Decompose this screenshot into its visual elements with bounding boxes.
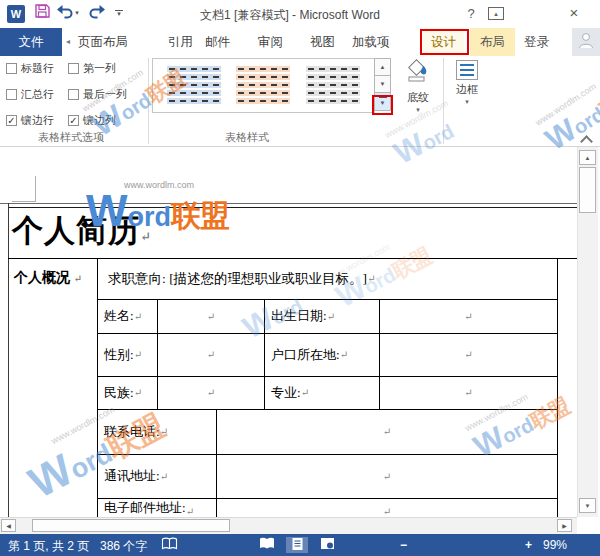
word-window: W ▾ ▾ 文档1 [兼容模式] - Microsoft Word ?: [0, 0, 600, 556]
word-count[interactable]: 386 个字: [100, 538, 147, 555]
save-button[interactable]: [33, 4, 51, 22]
status-bar: 第 1 页, 共 2 页 386 个字 − + 99%: [0, 534, 600, 556]
cell-label[interactable]: 姓名:↵: [98, 300, 158, 334]
cell-label[interactable]: 户口所在地:↵: [265, 334, 380, 375]
scroll-down-button[interactable]: ▼: [579, 498, 596, 513]
page-top-edge: [0, 203, 598, 204]
checkbox-banded-rows[interactable]: ✓ 镶边行: [6, 113, 68, 127]
cell-value[interactable]: ↵: [380, 300, 557, 334]
table-row: 联系电话:↵ ↵: [98, 410, 557, 454]
zoom-in-button[interactable]: +: [525, 538, 532, 552]
group-label-table-styles: 表格样式: [152, 130, 342, 145]
cell-label[interactable]: 通讯地址:↵: [98, 455, 217, 498]
cell-label[interactable]: 出生日期:↵: [265, 300, 380, 334]
cell-intention[interactable]: 求职意向: [描述您的理想职业或职业目标。] ↵: [98, 259, 557, 299]
proofing-status-button[interactable]: [158, 537, 180, 553]
minimize-button[interactable]: [512, 0, 534, 26]
group-divider: [443, 58, 444, 144]
tab-file[interactable]: 文件: [0, 28, 62, 56]
cell-value[interactable]: ↵: [158, 300, 265, 334]
table-outer-top-border: [8, 207, 598, 208]
borders-label: 边框: [456, 82, 478, 97]
sign-in-link[interactable]: 登录: [524, 28, 549, 56]
table-style-thumbnail-blue[interactable]: [167, 66, 221, 106]
cell-label[interactable]: 联系电话:↵: [98, 410, 217, 453]
cell-value[interactable]: ↵: [380, 377, 557, 410]
cell-label[interactable]: 民族:↵: [98, 377, 158, 410]
table-style-thumbnail-gray[interactable]: [306, 66, 360, 106]
table-row: 姓名:↵ ↵ 出生日期:↵ ↵: [98, 300, 557, 335]
title-bar: W ▾ ▾ 文档1 [兼容模式] - Microsoft Word ?: [0, 0, 600, 28]
paragraph-mark: ↵: [464, 311, 472, 322]
print-layout-button[interactable]: [286, 537, 308, 553]
check-icon: ✓: [6, 115, 17, 126]
borders-icon: [456, 60, 478, 80]
tab-view[interactable]: 视图: [310, 28, 335, 56]
cell-overview[interactable]: 个人概况 ↵: [8, 259, 98, 517]
ribbon-display-options-button[interactable]: ▴: [488, 7, 504, 20]
chevron-down-icon: ▾: [75, 9, 79, 17]
scroll-right-button[interactable]: ▶: [557, 519, 572, 532]
tab-mailings[interactable]: 邮件: [205, 28, 230, 56]
tab-review[interactable]: 审阅: [258, 28, 283, 56]
gallery-scroll-buttons: ▲ ▼ ▼: [374, 58, 391, 113]
cell-label[interactable]: 专业:↵: [265, 377, 380, 410]
ribbon-content: 标题行 第一列 汇总行 最后一列 ✓ 镶边行 ✓ 镶边列 表格: [0, 56, 600, 147]
cell-value[interactable]: ↵: [158, 334, 265, 375]
checkbox-banded-columns[interactable]: ✓ 镶边列: [68, 113, 148, 127]
tab-page-layout[interactable]: 页面布局: [78, 28, 128, 56]
document-heading[interactable]: 个人简历↵: [12, 210, 152, 252]
cell-label[interactable]: 性别:↵: [98, 334, 158, 375]
close-button[interactable]: ×: [565, 4, 583, 21]
tab-scroll-left-icon[interactable]: ◂: [66, 37, 70, 46]
tab-table-layout[interactable]: 布局: [470, 28, 515, 56]
cell-value[interactable]: ↵: [217, 410, 557, 453]
checkbox-label: 镶边列: [83, 113, 116, 128]
page-indicator[interactable]: 第 1 页, 共 2 页: [8, 538, 89, 555]
table-style-thumbnail-orange[interactable]: [236, 66, 290, 106]
checkbox-last-column[interactable]: 最后一列: [68, 87, 148, 101]
tab-references[interactable]: 引用: [168, 28, 193, 56]
gallery-scroll-down-button[interactable]: ▼: [374, 75, 391, 93]
vertical-scroll-thumb[interactable]: [579, 167, 596, 213]
account-avatar[interactable]: [572, 28, 600, 56]
scroll-up-button[interactable]: ▲: [579, 150, 596, 165]
paragraph-mark: ↵: [464, 387, 472, 398]
resume-table[interactable]: 个人概况 ↵ 求职意向: [描述您的理想职业或职业目标。] ↵ 姓名:↵ ↵ 出…: [8, 259, 558, 517]
tab-addins[interactable]: 加载项: [352, 28, 390, 56]
cell-value[interactable]: ↵: [217, 499, 557, 517]
horizontal-scroll-thumb[interactable]: [32, 519, 230, 532]
borders-button[interactable]: 边框 ▾: [447, 58, 487, 106]
checkbox-first-column[interactable]: 第一列: [68, 61, 148, 75]
arrow-up-icon: ▲: [585, 155, 591, 161]
gallery-more-button[interactable]: ▼: [374, 92, 391, 111]
table-row: 通讯地址:↵ ↵: [98, 455, 557, 499]
paragraph-mark: ↵: [134, 387, 142, 398]
zoom-level[interactable]: 99%: [543, 538, 567, 552]
cell-value[interactable]: ↵: [380, 334, 557, 375]
maximize-button[interactable]: [540, 0, 562, 26]
checkbox-label: 第一列: [83, 61, 116, 76]
cell-label[interactable]: 电子邮件地址:↵: [98, 499, 217, 517]
collapse-ribbon-button[interactable]: [582, 134, 591, 143]
cell-value[interactable]: ↵: [158, 377, 265, 410]
group-label-table-style-options: 表格样式选项: [0, 130, 142, 145]
undo-dropdown[interactable]: ▾: [72, 4, 82, 22]
cell-value[interactable]: ↵: [217, 455, 557, 498]
undo-button[interactable]: [55, 4, 73, 22]
zoom-out-button[interactable]: −: [400, 538, 407, 552]
shading-button[interactable]: 底纹 ▾: [396, 58, 440, 114]
gallery-scroll-up-button[interactable]: ▲: [374, 58, 391, 76]
help-button[interactable]: ?: [462, 6, 480, 21]
redo-button[interactable]: [88, 4, 106, 22]
checkbox-header-row[interactable]: 标题行: [6, 61, 68, 75]
checkbox-total-row[interactable]: 汇总行: [6, 87, 68, 101]
more-bar: [379, 97, 387, 99]
arrow-right-icon: ▶: [562, 522, 567, 529]
scroll-left-button[interactable]: ◀: [1, 519, 16, 532]
tab-table-design[interactable]: 设计: [423, 28, 464, 56]
web-layout-button[interactable]: [316, 537, 338, 553]
checkbox-box: [6, 89, 17, 100]
read-mode-button[interactable]: [256, 537, 278, 553]
ribbon-border: [0, 146, 600, 147]
